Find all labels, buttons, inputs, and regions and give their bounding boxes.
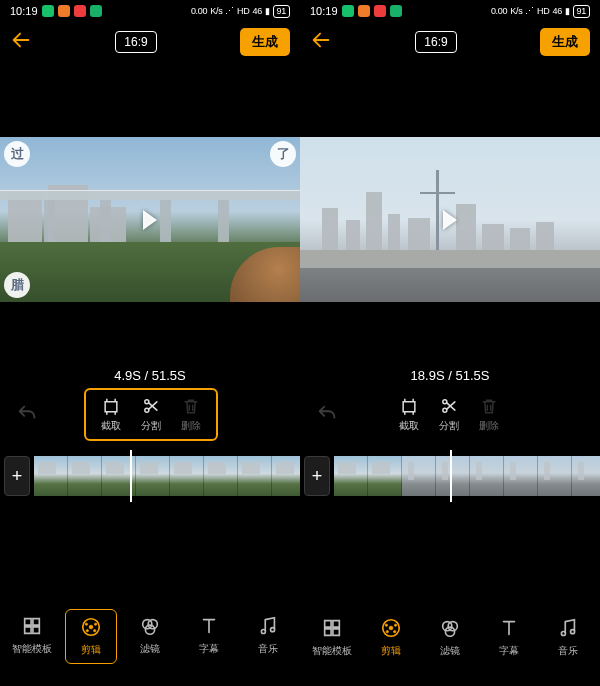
add-clip-button[interactable]: + <box>4 456 30 496</box>
undo-button[interactable] <box>16 403 70 425</box>
crop-tool[interactable]: 截取 <box>392 396 426 433</box>
hd-indicator: HD <box>237 6 249 16</box>
timeline[interactable]: + <box>0 448 300 504</box>
android-navbar: ≡ ▢ ◁ <box>300 672 600 686</box>
video-preview[interactable] <box>300 137 600 302</box>
svg-point-11 <box>262 629 266 633</box>
svg-point-10 <box>145 625 154 634</box>
svg-point-7 <box>93 630 95 632</box>
undo-button[interactable] <box>316 403 370 425</box>
net-speed: 0.00 <box>491 6 507 16</box>
svg-point-22 <box>448 622 457 631</box>
timeline[interactable]: + <box>300 448 600 504</box>
svg-point-18 <box>394 624 396 626</box>
delete-tool[interactable]: 删除 <box>174 396 208 433</box>
preview-badge: 腊 <box>4 272 30 298</box>
back-icon[interactable]: ◁ <box>544 670 556 687</box>
status-dot-icon <box>90 5 102 17</box>
left-screenshot: 10:19 0.00 K/s ⋰ HD 46 ▮ 91 16:9 生成 过 了 … <box>0 0 300 686</box>
tab-template[interactable]: 智能模板 <box>6 609 58 664</box>
svg-point-5 <box>94 623 96 625</box>
aspect-ratio-chip[interactable]: 16:9 <box>115 31 156 53</box>
tab-music[interactable]: 音乐 <box>542 611 594 664</box>
svg-point-17 <box>385 624 387 626</box>
delete-tool[interactable]: 删除 <box>472 396 506 433</box>
playhead-time: 18.9S / 51.5S <box>300 368 600 386</box>
preview-badge: 过 <box>4 141 30 167</box>
split-tool[interactable]: 分割 <box>432 396 466 433</box>
recents-icon[interactable]: ≡ <box>344 670 353 686</box>
aspect-ratio-chip[interactable]: 16:9 <box>415 31 456 53</box>
svg-point-4 <box>85 623 87 625</box>
tab-subtitle[interactable]: 字幕 <box>483 611 535 664</box>
back-button[interactable] <box>10 29 32 55</box>
crop-tool[interactable]: 截取 <box>94 396 128 433</box>
split-tool[interactable]: 分割 <box>134 396 168 433</box>
right-screenshot: 10:19 0.00 K/s ⋰ HD 46 ▮ 91 16:9 生成 18.9 <box>300 0 600 686</box>
svg-point-3 <box>89 625 93 629</box>
edit-cluster-selected: 截取 分割 删除 <box>84 388 218 441</box>
battery-indicator: 91 <box>273 5 290 18</box>
svg-point-20 <box>393 631 395 633</box>
svg-point-12 <box>271 628 275 632</box>
preview-badge: 了 <box>270 141 296 167</box>
svg-point-23 <box>445 627 454 636</box>
svg-point-16 <box>389 626 393 630</box>
video-preview[interactable]: 过 了 腊 <box>0 137 300 302</box>
back-icon[interactable]: ◁ <box>244 670 256 687</box>
home-icon[interactable]: ▢ <box>441 670 456 687</box>
svg-point-25 <box>571 630 575 634</box>
svg-point-19 <box>386 631 388 633</box>
add-clip-button[interactable]: + <box>304 456 330 496</box>
edit-tools-row: 截取 分割 删除 <box>300 386 600 442</box>
top-toolbar: 16:9 生成 <box>300 22 600 62</box>
status-dot-icon <box>374 5 386 17</box>
playhead-time: 4.9S / 51.5S <box>0 368 300 386</box>
home-icon[interactable]: ▢ <box>141 670 156 687</box>
playhead-cursor[interactable] <box>450 450 452 502</box>
status-dot-icon <box>358 5 370 17</box>
clock: 10:19 <box>10 5 38 17</box>
svg-point-9 <box>148 620 157 629</box>
tab-music[interactable]: 音乐 <box>242 609 294 664</box>
recents-icon[interactable]: ≡ <box>44 670 53 686</box>
tab-filter[interactable]: 滤镜 <box>424 611 476 664</box>
svg-point-24 <box>562 631 566 635</box>
generate-button[interactable]: 生成 <box>540 28 590 56</box>
edit-cluster: 截取 分割 删除 <box>384 390 514 439</box>
status-dot-icon <box>42 5 54 17</box>
clock: 10:19 <box>310 5 338 17</box>
play-icon[interactable] <box>143 210 157 230</box>
status-dot-icon <box>74 5 86 17</box>
net-speed: 0.00 <box>191 6 207 16</box>
tab-edit[interactable]: 剪辑 <box>365 611 417 664</box>
svg-point-6 <box>86 630 88 632</box>
wifi-icon: ⋰ <box>225 6 234 16</box>
timeline-frames[interactable] <box>334 456 600 496</box>
android-navbar: ≡ ▢ ◁ <box>0 672 300 686</box>
play-icon[interactable] <box>443 210 457 230</box>
tab-template[interactable]: 智能模板 <box>306 611 358 664</box>
tab-edit[interactable]: 剪辑 <box>65 609 117 664</box>
timeline-frames[interactable] <box>34 456 300 496</box>
net-unit: K/s <box>210 6 222 16</box>
generate-button[interactable]: 生成 <box>240 28 290 56</box>
signal-gen: 46 <box>252 6 261 16</box>
signal-icon: ▮ <box>265 6 270 16</box>
signal-icon: ▮ <box>565 6 570 16</box>
tab-filter[interactable]: 滤镜 <box>124 609 176 664</box>
status-dot-icon <box>390 5 402 17</box>
status-bar: 10:19 0.00 K/s ⋰ HD 46 ▮ 91 <box>300 0 600 22</box>
tab-subtitle[interactable]: 字幕 <box>183 609 235 664</box>
status-dot-icon <box>58 5 70 17</box>
status-dot-icon <box>342 5 354 17</box>
playhead-cursor[interactable] <box>130 450 132 502</box>
hd-indicator: HD <box>537 6 549 16</box>
edit-tools-row: 截取 分割 删除 <box>0 386 300 442</box>
top-toolbar: 16:9 生成 <box>0 22 300 62</box>
signal-gen: 46 <box>552 6 561 16</box>
bottom-tab-bar: 智能模板 剪辑 滤镜 字幕 音乐 <box>300 607 600 668</box>
battery-indicator: 91 <box>573 5 590 18</box>
back-button[interactable] <box>310 29 332 55</box>
wifi-icon: ⋰ <box>525 6 534 16</box>
